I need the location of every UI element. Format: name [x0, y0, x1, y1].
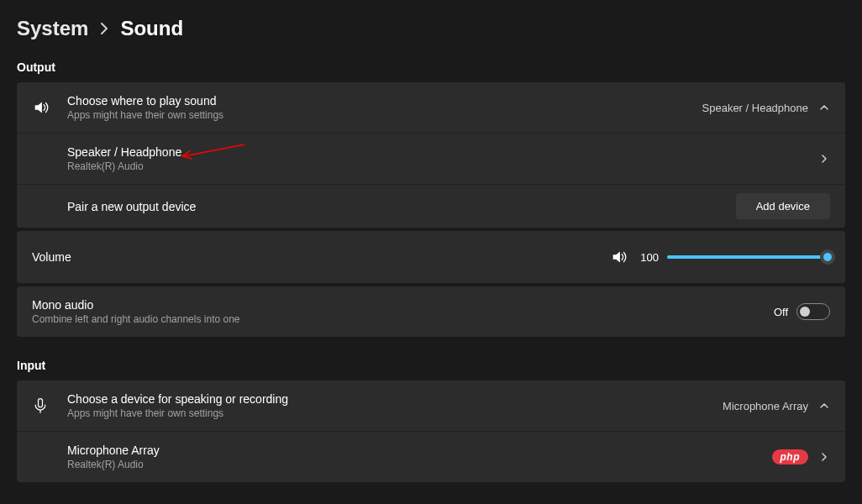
input-header-row[interactable]: Choose a device for speaking or recordin… [17, 381, 845, 432]
volume-value: 100 [637, 251, 659, 264]
mono-panel: Mono audio Combine left and right audio … [17, 286, 845, 337]
chevron-up-icon [818, 401, 830, 411]
output-selected-value: Speaker / Headphone [702, 102, 808, 114]
chevron-right-icon [818, 154, 830, 164]
output-header-subtitle: Apps might have their own settings [67, 109, 702, 121]
input-selected-value: Microphone Array [723, 400, 808, 412]
output-header-title: Choose where to play sound [67, 94, 702, 108]
input-device-driver: Realtek(R) Audio [67, 459, 772, 470]
output-header-row[interactable]: Choose where to play sound Apps might ha… [17, 82, 845, 134]
breadcrumb: System Sound [17, 17, 845, 40]
add-device-button[interactable]: Add device [736, 193, 830, 219]
toggle-knob [800, 307, 810, 317]
input-header-subtitle: Apps might have their own settings [67, 407, 723, 419]
input-device-row[interactable]: Microphone Array Realtek(R) Audio php [17, 432, 845, 482]
volume-panel: Volume 100 [17, 231, 845, 283]
output-device-driver: Realtek(R) Audio [67, 160, 818, 172]
input-device-name: Microphone Array [67, 444, 772, 457]
volume-label: Volume [32, 250, 610, 264]
chevron-up-icon [818, 102, 830, 113]
speaker-icon [32, 98, 67, 117]
pair-output-label: Pair a new output device [67, 200, 736, 213]
breadcrumb-current: Sound [120, 17, 183, 40]
mono-subtitle: Combine left and right audio channels in… [32, 313, 774, 325]
svg-rect-0 [39, 399, 43, 407]
volume-row: Volume 100 [17, 231, 845, 283]
microphone-icon [32, 397, 67, 414]
chevron-right-icon [100, 23, 108, 34]
input-panel: Choose a device for speaking or recordin… [17, 381, 845, 482]
volume-slider-thumb[interactable] [820, 249, 835, 265]
input-header-title: Choose a device for speaking or recordin… [67, 392, 723, 406]
volume-slider-fill [667, 255, 830, 259]
php-badge: php [772, 449, 809, 465]
chevron-right-icon [818, 452, 830, 462]
mono-title: Mono audio [32, 298, 774, 312]
breadcrumb-parent[interactable]: System [17, 17, 88, 40]
section-header-input: Input [17, 359, 845, 372]
output-panel: Choose where to play sound Apps might ha… [17, 82, 845, 228]
volume-slider[interactable] [667, 255, 830, 259]
pair-output-row: Pair a new output device Add device [17, 185, 845, 228]
mono-row[interactable]: Mono audio Combine left and right audio … [17, 286, 845, 337]
mono-toggle[interactable] [796, 303, 830, 320]
output-device-name: Speaker / Headphone [67, 145, 818, 159]
mono-state-label: Off [774, 306, 788, 318]
speaker-loud-icon[interactable] [610, 248, 628, 266]
output-device-row[interactable]: Speaker / Headphone Realtek(R) Audio [17, 134, 845, 185]
section-header-output: Output [17, 60, 845, 74]
